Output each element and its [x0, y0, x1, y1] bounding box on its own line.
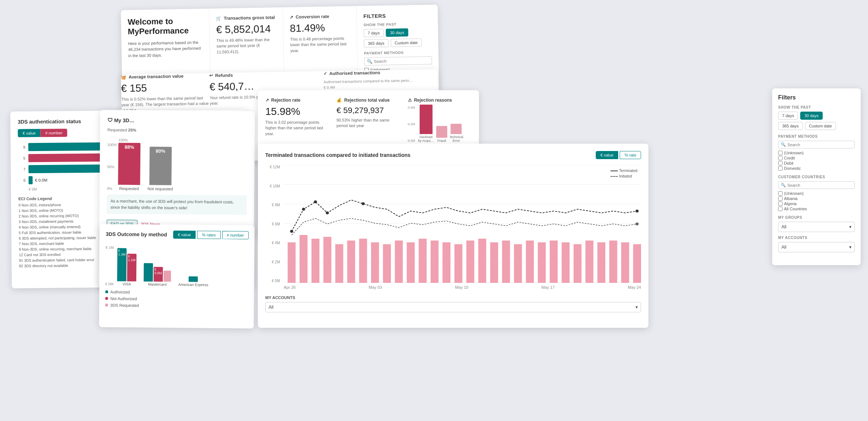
toggle-number-btn[interactable]: # number: [41, 129, 67, 137]
legend-terminated: Terminated: [619, 169, 637, 173]
pm-search-icon: 🔍: [781, 142, 786, 147]
x-may10: May 10: [455, 285, 468, 290]
cc-algeria: Algeria: [784, 201, 797, 206]
payment-methods-search[interactable]: [374, 58, 429, 64]
filter-accounts-label: MY ACCOUNTS: [778, 236, 855, 240]
rejection-rate-section: ↗ Rejection rate 15.98% This is 3.02 per…: [265, 98, 329, 143]
visa-label: VISA: [123, 282, 131, 286]
chevron-down-icon: ▾: [636, 305, 638, 310]
outcome-toggle: € value % rates # number: [173, 231, 249, 239]
rejection-rate-value: 15.98%: [265, 106, 329, 117]
y-2m: € 2M: [265, 260, 280, 264]
y-0: 0%: [107, 186, 116, 190]
filter-cc-label: CUSTOMER COUNTRIES: [778, 175, 855, 179]
outcome-y0m: € 0M: [105, 282, 113, 286]
rejection-total-section: 💰 Rejections total value € 59,279,937 90…: [336, 98, 400, 143]
pm-credit-check[interactable]: [778, 156, 783, 160]
pm-credit: Credit: [784, 156, 795, 160]
reasons-y04: 0.4M: [408, 106, 415, 109]
bar-label-5: 5: [18, 156, 25, 160]
svg-rect-29: [550, 241, 558, 283]
btn-30days[interactable]: 30 days: [386, 28, 408, 37]
btn-365days[interactable]: 365 days: [364, 39, 388, 48]
svg-point-37: [290, 230, 293, 233]
bar-label-7: 7: [18, 167, 25, 171]
pm-domestic: Domestic: [784, 166, 801, 171]
y100: 100%: [118, 138, 128, 142]
filter-custom-btn[interactable]: Custom date: [805, 122, 836, 130]
svg-rect-33: [597, 242, 605, 283]
filter-30d-btn[interactable]: 30 days: [800, 112, 823, 120]
conversion-rate-value: 81.49%: [290, 22, 350, 35]
gross-total-label: 🛒 Transactions gross total: [216, 15, 276, 21]
my-accounts-select[interactable]: All ▾: [265, 302, 641, 312]
auth-y04: € 0.4M: [324, 85, 335, 90]
outcome-legend: Authorized Not Authorized 3DS Requested: [105, 290, 248, 309]
requested-pct: 88%: [125, 144, 134, 150]
y-12m: € 12M: [265, 165, 280, 169]
filter-groups-label: MY GROUPS: [778, 215, 855, 220]
cc-all-check[interactable]: [778, 207, 783, 211]
btn-7days[interactable]: 7 days: [364, 29, 384, 37]
outcome-number-btn[interactable]: # number: [222, 231, 249, 239]
svg-rect-24: [490, 242, 498, 283]
cc-unknown-check[interactable]: [778, 191, 783, 196]
avg-transaction-value: € 155: [121, 81, 210, 94]
y-50: 50%: [107, 165, 117, 169]
bar-tech: TechnicalError: [449, 135, 463, 143]
cc-search-input[interactable]: [787, 183, 852, 187]
groups-select[interactable]: All ▾: [778, 222, 855, 232]
pm-debit-check[interactable]: [778, 161, 783, 165]
filter-pm-label: PAYMENT METHODS: [778, 134, 855, 138]
svg-rect-19: [431, 241, 439, 283]
svg-rect-17: [407, 242, 415, 283]
x-apr26: Apr 26: [284, 285, 295, 290]
svg-rect-35: [621, 242, 629, 283]
pm-domestic-check[interactable]: [778, 166, 783, 171]
svg-rect-8: [300, 235, 308, 283]
accounts-select[interactable]: All ▾: [778, 242, 855, 252]
cc-algeria-check[interactable]: [778, 201, 783, 206]
svg-rect-11: [335, 244, 343, 283]
gross-total-desc: This is 49.48% lower than the same perio…: [216, 37, 277, 55]
y-8m: € 8M: [265, 203, 280, 207]
cc-unknown: (Unknown): [784, 191, 804, 196]
toggle-value-btn[interactable]: € value: [18, 129, 41, 137]
filter-7d-btn[interactable]: 7 days: [778, 112, 798, 120]
outcome-title: 3DS Outcome by method: [106, 231, 167, 237]
cc-albania-check[interactable]: [778, 196, 783, 201]
requested-label: Requested 25%: [108, 127, 248, 133]
terminated-rate-btn[interactable]: % rate: [620, 151, 641, 159]
outcome-value-btn[interactable]: € value: [173, 231, 196, 239]
conversion-icon: ↗: [290, 14, 293, 20]
svg-rect-20: [442, 242, 451, 283]
bar-label-6: 6: [18, 178, 25, 182]
svg-rect-13: [359, 239, 367, 283]
rejection-rate-desc: This is 3.02 percentage points higher th…: [265, 120, 329, 137]
pm-search-input[interactable]: [787, 143, 852, 147]
svg-rect-18: [419, 239, 427, 283]
legend-initiated: Initiated: [619, 174, 632, 178]
reasons-y00: 0.0M: [408, 139, 415, 143]
filter-365d-btn[interactable]: 365 days: [778, 122, 803, 130]
terminated-chart: [284, 165, 641, 283]
svg-rect-21: [454, 244, 462, 283]
svg-rect-25: [502, 241, 510, 283]
filter-show-past: SHOW THE PAST: [778, 105, 855, 109]
x-0m: € 0M: [29, 187, 37, 191]
my3ds-title: 🛡 My 3D…: [108, 117, 248, 124]
rejection-icon: ↗: [265, 98, 269, 103]
pm-debit: Debit: [784, 161, 794, 165]
pm-unknown-check[interactable]: [778, 151, 783, 155]
btn-custom[interactable]: Custom date: [391, 38, 422, 47]
svg-rect-16: [395, 241, 403, 283]
svg-rect-7: [288, 242, 296, 283]
outcome-rates-btn[interactable]: % rates: [197, 231, 220, 239]
legend-3ds-requested: 3DS Requested: [110, 303, 139, 308]
visa-value1: € 1.3M: [118, 249, 127, 256]
svg-rect-10: [323, 237, 332, 283]
welcome-title: Welcome to MyPerformance: [127, 16, 203, 37]
terminated-value-btn[interactable]: € value: [596, 151, 618, 159]
requested-name: Requested: [119, 186, 139, 191]
svg-rect-32: [585, 241, 594, 283]
